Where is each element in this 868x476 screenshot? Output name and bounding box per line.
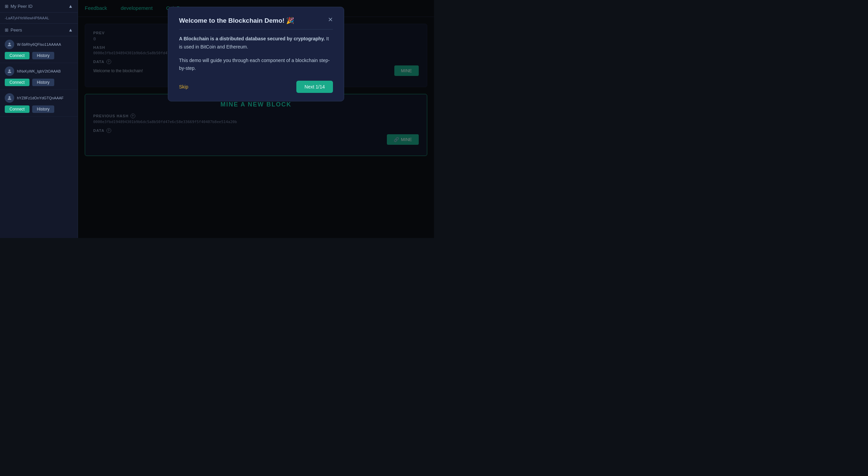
peer-item-3: hYZ8Fz1dOnYdGTQnAAAF Connect History [0,90,78,117]
peer-avatar-3 [5,93,14,103]
skip-button[interactable]: Skip [179,84,188,90]
my-peer-id-section: -LaATyHYeWiewHP8AAAL [0,13,78,24]
peer-item-2: hINxKyWK_IgbV2tOAAAB Connect History [0,63,78,90]
peers-icon: ⊞ [5,27,8,33]
peers-title: ⊞ Peers [5,27,22,33]
history-button-2[interactable]: History [32,79,54,86]
svg-point-2 [8,96,10,98]
peer-avatar-1 [5,40,14,49]
sidebar-title: ⊞ My Peer ID [5,4,33,9]
history-button-3[interactable]: History [32,105,54,113]
sidebar-header: ⊞ My Peer ID ▲ [0,0,78,13]
peers-label: Peers [11,27,22,33]
peer-name-2: hINxKyWK_IgbV2tOAAAB [17,69,61,73]
connect-button-1[interactable]: Connect [5,52,29,59]
peers-header: ⊞ Peers ▲ [0,24,78,36]
history-button-1[interactable]: History [32,52,54,59]
modal-footer: Skip Next 1/14 [179,81,333,93]
sidebar-collapse-button[interactable]: ▲ [68,3,73,9]
next-button[interactable]: Next 1/14 [296,81,333,93]
svg-point-0 [8,43,10,44]
svg-point-1 [8,70,10,71]
peer-identity-2: hINxKyWK_IgbV2tOAAAB [5,66,73,76]
peers-section: ⊞ Peers ▲ W-5bRhy6QFlso11AAAAA Connect H… [0,24,78,117]
peer-actions-3: Connect History [5,105,73,113]
modal-body-line2: This demo will guide you through each co… [179,57,333,73]
peer-actions-1: Connect History [5,52,73,59]
peer-avatar-2 [5,66,14,76]
modal-body-line1: A Blockchain is a distributed database s… [179,35,333,51]
welcome-modal: Welcome to the Blockchain Demo! 🎉 ✕ A Bl… [168,7,344,101]
peer-item-1: W-5bRhy6QFlso11AAAAA Connect History [0,36,78,63]
peer-identity-3: hYZ8Fz1dOnYdGTQnAAAF [5,93,73,103]
modal-header: Welcome to the Blockchain Demo! 🎉 ✕ [179,17,333,29]
peer-name-3: hYZ8Fz1dOnYdGTQnAAAF [17,96,64,100]
main-content: Feedback developement CoinDemo PREV 0 HA… [78,0,434,238]
my-peer-id-value: -LaATyHYeWiewHP8AAAL [5,16,73,20]
my-peer-id-label: My Peer ID [11,4,33,9]
modal-title: Welcome to the Blockchain Demo! 🎉 [179,17,294,24]
sidebar: ⊞ My Peer ID ▲ -LaATyHYeWiewHP8AAAL ⊞ Pe… [0,0,78,238]
modal-overlay: Welcome to the Blockchain Demo! 🎉 ✕ A Bl… [78,0,434,238]
peer-icon: ⊞ [5,4,8,9]
peer-actions-2: Connect History [5,79,73,86]
modal-close-button[interactable]: ✕ [328,17,333,23]
peer-name-1: W-5bRhy6QFlso11AAAAA [17,42,61,46]
connect-button-2[interactable]: Connect [5,79,29,86]
connect-button-3[interactable]: Connect [5,105,29,113]
modal-body: A Blockchain is a distributed database s… [179,35,333,73]
peers-collapse-button[interactable]: ▲ [68,27,73,33]
peer-identity-1: W-5bRhy6QFlso11AAAAA [5,40,73,49]
